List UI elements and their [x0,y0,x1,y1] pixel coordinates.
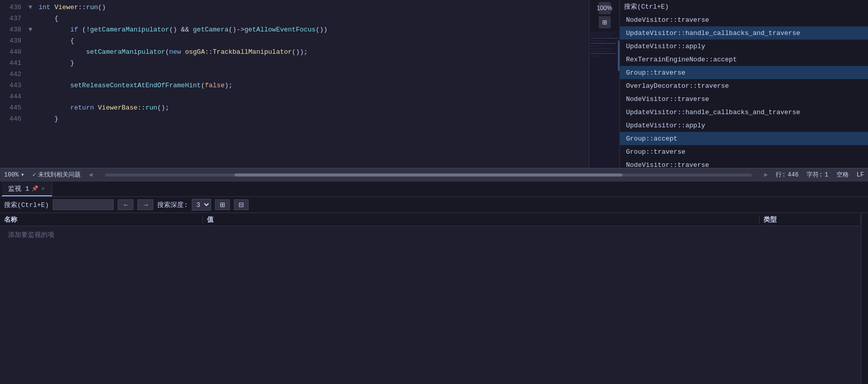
main-area: 436▼int Viewer::run()437 {438▼ if (!getC… [0,0,868,168]
call-stack-list[interactable]: NodeVisitor::traverseUpdateVisitor::hand… [620,13,868,168]
svg-rect-0 [591,33,616,33]
collapse-icon[interactable]: ▼ [26,24,34,36]
close-tab-icon[interactable]: ✕ [41,185,46,192]
call-stack-item[interactable]: UpdateVisitor::apply [620,40,868,53]
search-prev-button[interactable]: ← [118,199,133,210]
col-type-header: 类型 [759,215,861,224]
search-label: 搜索(Ctrl+E) [4,200,49,210]
collapse-button[interactable]: ⊟ [234,199,249,210]
call-stack-item[interactable]: Group::traverse [620,66,868,79]
line-content: { [34,36,589,47]
call-stack-item[interactable]: Group::accept [620,132,868,145]
editor-section: 436▼int Viewer::run()437 {438▼ if (!getC… [0,0,619,168]
code-lines: 436▼int Viewer::run()437 {438▼ if (!getC… [0,0,589,127]
call-stack-item[interactable]: NodeVisitor::traverse [620,13,868,26]
minimap-controls: 100% ⊞ [589,0,619,30]
fit-button[interactable]: ⊞ [599,16,611,28]
zoom-status: 100% ▾ [4,171,24,179]
collapse-icon[interactable]: ▼ [26,2,34,13]
call-stack-item[interactable]: NodeVisitor::traverse [620,92,868,106]
watch-toolbar: 搜索(Ctrl+E) ← → 搜索深度: 3 1 2 4 5 ⊞ ⊟ [0,197,868,213]
minimap: 100% ⊞ [589,0,619,168]
line-number: 436 [0,2,26,13]
minimap-content [589,30,619,168]
svg-rect-4 [591,43,616,44]
code-line: 438▼ if (!getCameraManipulator() && getC… [0,24,589,36]
ok-icon: ✓ [32,171,36,179]
pin-icon[interactable]: 📌 [31,185,39,192]
line-label: 行: [776,170,785,179]
line-number: 446 [0,114,26,125]
char-label: 字符: [807,170,822,179]
scroll-left-arrow[interactable]: ◀ [89,171,92,179]
right-search-label: 搜索(Ctrl+E) [624,2,669,11]
svg-rect-5 [591,46,601,46]
call-stack-item[interactable]: UpdateVisitor::handle_callbacks_and_trav… [620,106,868,119]
code-line: 444 [0,91,589,102]
call-stack-item[interactable]: RexTerrainEngineNode::accept [620,53,868,66]
expand-button[interactable]: ⊞ [215,199,230,210]
line-content: } [34,58,589,69]
line-number: 439 [0,36,26,47]
call-stack-item[interactable]: NodeVisitor::traverse [620,158,868,168]
code-line: 443 setReleaseContextAtEndOfFrameHint(fa… [0,80,589,91]
depth-select[interactable]: 3 1 2 4 5 [192,199,211,211]
svg-rect-7 [591,51,608,51]
watch-placeholder[interactable]: 添加要监视的项 [0,226,861,243]
svg-rect-3 [591,41,606,41]
watch-area: 名称 值 类型 添加要监视的项 [0,213,868,384]
watch-header: 名称 值 类型 [0,213,861,226]
encoding-status: LF [857,171,864,179]
line-content: } [34,114,589,125]
call-stack-item[interactable]: UpdateVisitor::apply [620,119,868,132]
code-editor: 436▼int Viewer::run()437 {438▼ if (!getC… [0,0,589,168]
bottom-panel: 监视 1 📌 ✕ 搜索(Ctrl+E) ← → 搜索深度: 3 1 2 4 5 … [0,181,868,384]
svg-rect-6 [591,48,613,49]
watch-search-input[interactable] [53,199,114,210]
depth-label: 搜索深度: [157,200,188,210]
zoom-in-button[interactable]: 100% [599,2,611,14]
line-number: 438 [0,24,26,36]
code-line: 442 [0,69,589,80]
line-number: 442 [0,69,26,80]
line-status: 行: 446 [776,170,798,179]
line-content: if (!getCameraManipulator() && getCamera… [34,24,589,36]
status-scrollbar-thumb [234,173,622,177]
right-panel-search: 搜索(Ctrl+E) [620,0,868,13]
line-number: 440 [0,47,26,58]
call-stack-item[interactable]: Group::traverse [620,145,868,158]
svg-rect-8 [591,53,616,54]
zoom-dropdown[interactable]: ▾ [21,171,24,179]
col-name-header: 名称 [0,215,203,224]
ok-text: 未找到相关问题 [38,170,81,179]
minimap-overlay [618,41,619,71]
watch-scrollbar[interactable] [861,213,868,384]
search-next-button[interactable]: → [137,199,153,210]
right-panel: 搜索(Ctrl+E) NodeVisitor::traverseUpdateVi… [619,0,868,168]
zoom-value: 100% [4,171,19,179]
watch-tab-label: 监视 1 [8,184,29,193]
watch-tabs: 监视 1 📌 ✕ [0,182,868,197]
code-line: 437 { [0,13,589,24]
code-line: 445 return ViewerBase::run(); [0,102,589,114]
char-status: 字符: 1 [807,170,828,179]
status-scrollbar[interactable] [105,173,752,177]
call-stack-item[interactable]: UpdateVisitor::handle_callbacks_and_trav… [620,26,868,40]
line-content: int Viewer::run() [34,2,589,13]
encoding-value: LF [857,171,864,179]
status-bar: 100% ▾ ✓ 未找到相关问题 ◀ ▶ 行: 446 字符: 1 空格 LF [0,168,868,181]
line-number: 443 [0,80,26,91]
call-stack-item[interactable]: OverlayDecorator::traverse [620,79,868,92]
watch-tab-1[interactable]: 监视 1 📌 ✕ [2,182,52,196]
line-content: setCameraManipulator(new osgGA::Trackbal… [34,47,589,58]
minimap-svg [589,30,619,132]
space-label: 空格 [837,170,849,179]
code-line: 441 } [0,58,589,69]
code-content: 436▼int Viewer::run()437 {438▼ if (!getC… [0,0,589,168]
svg-rect-1 [591,36,611,36]
line-value: 446 [788,171,799,179]
space-status: 空格 [837,170,849,179]
line-number: 445 [0,102,26,114]
line-number: 437 [0,13,26,24]
scroll-right-arrow[interactable]: ▶ [764,171,768,179]
